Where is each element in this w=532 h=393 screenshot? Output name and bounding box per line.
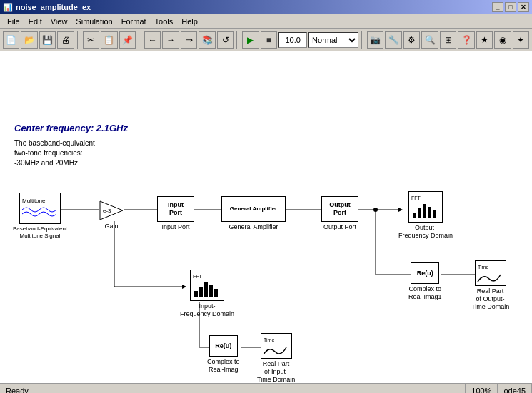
svg-rect-39 bbox=[209, 285, 213, 297]
solver-status: ode45 bbox=[498, 384, 532, 393]
svg-rect-38 bbox=[204, 282, 208, 297]
toolbar: 📄 📂 💾 🖨 ✂ 📋 📌 ← → ⇒ 📚 ↺ ▶ ■ Normal Accel… bbox=[0, 29, 532, 51]
svg-rect-37 bbox=[199, 287, 203, 297]
undo-button[interactable]: ← bbox=[144, 31, 161, 49]
menu-file[interactable]: File bbox=[3, 16, 24, 27]
fft-output-block[interactable]: FFT Output-Frequency Domain bbox=[398, 191, 453, 240]
gen-amp-label: General Amplifier bbox=[229, 223, 278, 231]
separator1 bbox=[77, 31, 80, 49]
svg-rect-31 bbox=[423, 204, 426, 218]
menu-help[interactable]: Help bbox=[177, 16, 202, 27]
svg-rect-33 bbox=[433, 210, 436, 218]
play-button[interactable]: ▶ bbox=[242, 31, 259, 49]
complex-re1-block[interactable]: Re(u) Complex toReal-Imag1 bbox=[408, 262, 442, 301]
cut-button[interactable]: ✂ bbox=[83, 31, 99, 49]
separator2 bbox=[139, 31, 141, 49]
time-out-icon: Time bbox=[476, 262, 505, 285]
zoom-status: 100% bbox=[466, 384, 498, 393]
time-output-label: Real Partof Output-Time Domain bbox=[471, 287, 509, 310]
svg-rect-30 bbox=[418, 208, 421, 218]
title-bar: 📊 noise_amplitude_ex _ □ ✕ bbox=[0, 0, 532, 14]
output-port-label: Output Port bbox=[323, 223, 356, 231]
fft-in-icon: FFT bbox=[191, 271, 223, 300]
svg-text:Time: Time bbox=[478, 265, 488, 270]
multitone-label: Baseband-EquivalentMultitone Signal bbox=[13, 225, 67, 239]
fft-input-block[interactable]: FFT Input-Frequency Domain bbox=[180, 270, 234, 318]
stop-button[interactable]: ■ bbox=[261, 31, 277, 49]
print-button[interactable]: 🖨 bbox=[57, 31, 74, 49]
separator3 bbox=[236, 31, 239, 49]
multitone-icon: Multitone bbox=[21, 194, 59, 223]
open-button[interactable]: 📂 bbox=[21, 31, 37, 49]
gain-icon: e-3 bbox=[99, 200, 124, 221]
input-port-label: Input Port bbox=[161, 223, 189, 231]
svg-rect-36 bbox=[194, 291, 198, 297]
close-button[interactable]: ✕ bbox=[518, 2, 529, 12]
svg-rect-29 bbox=[413, 213, 416, 218]
svg-point-24 bbox=[373, 208, 378, 212]
menu-bar: File Edit View Simulation Format Tools H… bbox=[0, 14, 532, 29]
svg-text:FFT: FFT bbox=[411, 195, 421, 200]
paste-button[interactable]: 📌 bbox=[119, 31, 136, 49]
extra2-button[interactable]: ◉ bbox=[494, 31, 511, 49]
svg-rect-40 bbox=[214, 289, 218, 297]
menu-simulation[interactable]: Simulation bbox=[71, 16, 116, 27]
extra1-button[interactable]: ★ bbox=[476, 31, 493, 49]
minimize-button[interactable]: _ bbox=[492, 2, 503, 12]
gain-label: Gain bbox=[104, 223, 118, 230]
help-icon-button[interactable]: ❓ bbox=[458, 31, 474, 49]
save-button[interactable]: 💾 bbox=[39, 31, 56, 49]
debug-button[interactable]: 🔧 bbox=[385, 31, 401, 49]
window-controls[interactable]: _ □ ✕ bbox=[492, 2, 529, 12]
complex-re2-label: Complex toReal-Imag bbox=[207, 358, 240, 374]
screenshot-button[interactable]: 📷 bbox=[367, 31, 383, 49]
center-freq-label: Center frequency: 2.1GHz bbox=[14, 123, 128, 133]
settings-button[interactable]: ⚙ bbox=[403, 31, 420, 49]
status-bar: Ready 100% ode45 bbox=[0, 383, 532, 393]
gen-amp-block[interactable]: General Amplifier General Amplifier bbox=[221, 196, 286, 231]
fit-button[interactable]: ⊞ bbox=[440, 31, 456, 49]
menu-tools[interactable]: Tools bbox=[151, 16, 178, 27]
zoom-button[interactable]: 🔍 bbox=[421, 31, 438, 49]
time-input-block[interactable]: Time Real Partof Input-Time Domain bbox=[257, 333, 295, 383]
sim-mode-select[interactable]: Normal Accelerator bbox=[308, 32, 358, 48]
fft-out-icon: FFT bbox=[410, 193, 441, 221]
copy-button[interactable]: 📋 bbox=[101, 31, 117, 49]
complex-re2-block[interactable]: Re(u) Complex toReal-Imag bbox=[207, 335, 240, 374]
svg-text:e-3: e-3 bbox=[103, 208, 111, 214]
gain-block[interactable]: e-3 Gain bbox=[99, 200, 124, 230]
svg-text:FFT: FFT bbox=[193, 274, 203, 279]
complex-re1-label: Complex toReal-Imag1 bbox=[408, 285, 442, 301]
loop-button[interactable]: ↺ bbox=[217, 31, 234, 49]
fft-output-label: Output-Frequency Domain bbox=[398, 224, 453, 240]
new-button[interactable]: 📄 bbox=[3, 31, 19, 49]
svg-text:Multitone: Multitone bbox=[22, 198, 46, 204]
status-text: Ready bbox=[0, 384, 466, 393]
freq-desc: The baseband-equivalent two-tone frequen… bbox=[14, 138, 95, 168]
time-input-label: Real Partof Input-Time Domain bbox=[257, 360, 295, 383]
fft-input-label: Input-Frequency Domain bbox=[180, 302, 234, 318]
forward-button[interactable]: ⇒ bbox=[181, 31, 197, 49]
output-port-block[interactable]: OutputPort Output Port bbox=[321, 196, 358, 231]
svg-text:Time: Time bbox=[264, 337, 274, 342]
extra3-button[interactable]: ✦ bbox=[513, 31, 529, 49]
menu-format[interactable]: Format bbox=[117, 16, 151, 27]
sim-time-input[interactable] bbox=[278, 32, 307, 48]
maximize-button[interactable]: □ bbox=[505, 2, 516, 12]
time-in-icon: Time bbox=[262, 335, 291, 357]
canvas-area: Center frequency: 2.1GHz The baseband-eq… bbox=[0, 51, 532, 383]
window-icon: 📊 bbox=[3, 3, 13, 12]
menu-edit[interactable]: Edit bbox=[24, 16, 46, 27]
input-port-block[interactable]: InputPort Input Port bbox=[157, 196, 194, 231]
svg-rect-32 bbox=[428, 207, 431, 218]
window-title: noise_amplitude_ex bbox=[16, 3, 91, 11]
separator4 bbox=[361, 31, 364, 49]
library-button[interactable]: 📚 bbox=[199, 31, 215, 49]
multitone-block[interactable]: Multitone Baseband-EquivalentMultitone S… bbox=[13, 193, 67, 239]
menu-view[interactable]: View bbox=[46, 16, 72, 27]
time-output-block[interactable]: Time Real Partof Output-Time Domain bbox=[471, 260, 509, 310]
redo-button[interactable]: → bbox=[162, 31, 179, 49]
